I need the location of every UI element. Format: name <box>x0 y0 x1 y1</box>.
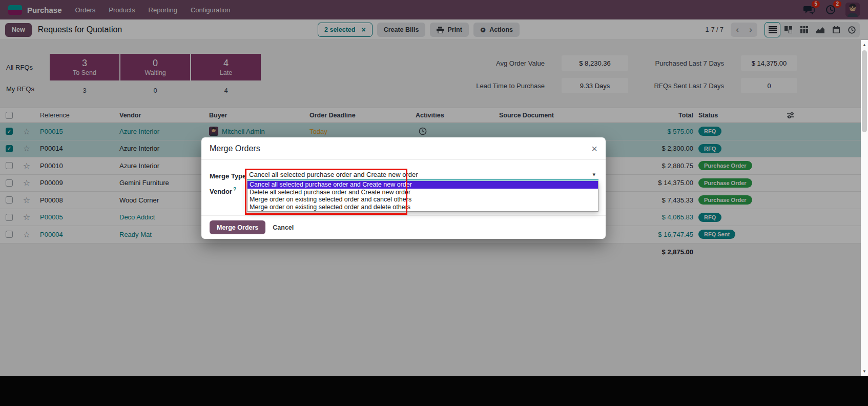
chevron-down-icon: ▾ <box>592 171 595 178</box>
vendor-label-text: Vendor <box>210 188 232 195</box>
merge-type-label: Merge Type? <box>210 171 250 180</box>
vendor-label: Vendor? <box>210 187 236 195</box>
cancel-button[interactable]: Cancel <box>273 224 294 231</box>
scroll-up-icon[interactable]: ▲ <box>861 41 868 48</box>
scrollbar-thumb[interactable] <box>862 50 867 132</box>
merge-type-option[interactable]: Cancel all selected purchase order and C… <box>247 181 598 189</box>
merge-type-label-text: Merge Type <box>210 172 246 180</box>
merge-type-selected-value: Cancel all selected purchase order and C… <box>249 171 418 178</box>
dialog-title: Merge Orders <box>210 144 260 153</box>
vertical-scrollbar[interactable]: ▲ ▼ <box>861 40 868 376</box>
close-icon[interactable]: × <box>591 144 597 154</box>
merge-orders-confirm-button[interactable]: Merge Orders <box>210 220 265 234</box>
merge-orders-dialog: Merge Orders × Merge Type? Vendor? Cance… <box>201 137 606 239</box>
merge-type-option[interactable]: Merge order on existing selected order a… <box>247 196 598 204</box>
merge-type-select[interactable]: Cancel all selected purchase order and C… <box>247 169 598 180</box>
bottom-letterbox <box>0 376 868 406</box>
scroll-down-icon[interactable]: ▼ <box>861 368 868 375</box>
merge-type-option[interactable]: Merge order on existing selected order a… <box>247 204 598 211</box>
vendor-help-icon[interactable]: ? <box>233 187 236 192</box>
merge-type-dropdown: Cancel all selected purchase order and C… <box>247 181 598 212</box>
merge-type-option[interactable]: Delete all selected purchase order and C… <box>247 189 598 196</box>
screen: Purchase Orders Products Reporting Confi… <box>0 0 868 406</box>
